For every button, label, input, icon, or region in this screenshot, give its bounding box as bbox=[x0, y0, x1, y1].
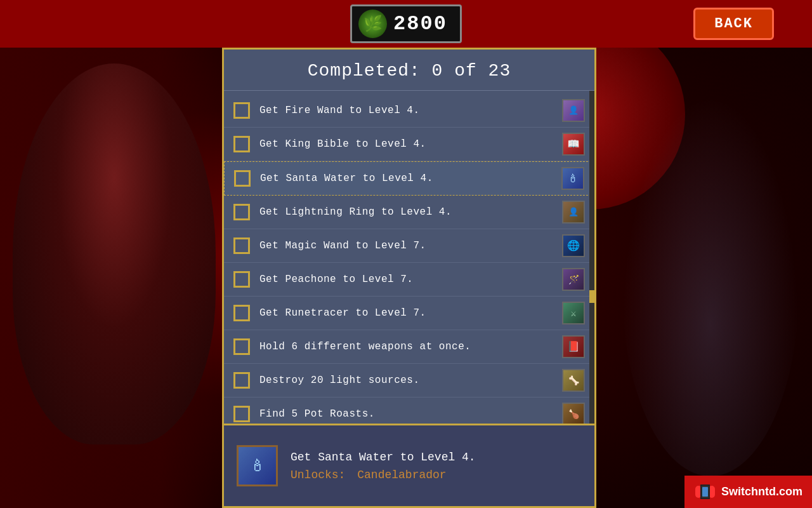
achievement-item-selected[interactable]: Get Santa Water to Level 4. 🕯 bbox=[224, 161, 594, 196]
achievement-text-9: Destroy 20 light sources. bbox=[259, 375, 556, 386]
checkbox-2[interactable] bbox=[233, 136, 250, 152]
vampire-decoration bbox=[0, 0, 228, 508]
top-bar: 🌿 2800 BACK bbox=[0, 0, 812, 48]
achievement-item[interactable]: Get Peachone to Level 7. 🪄 bbox=[224, 263, 594, 297]
detail-panel: 🕯 Get Santa Water to Level 4. Unlocks: C… bbox=[224, 424, 594, 506]
achievement-text-6: Get Peachone to Level 7. bbox=[259, 274, 556, 285]
achievement-text-2: Get King Bible to Level 4. bbox=[259, 138, 556, 150]
achievement-icon-4: 👤 bbox=[562, 201, 585, 224]
achievement-icon-9: 🦴 bbox=[562, 369, 585, 392]
achievement-item[interactable]: Get Runetracer to Level 7. ⚔ bbox=[224, 297, 594, 330]
coin-icon: 🌿 bbox=[358, 10, 387, 38]
switch-logo-icon bbox=[694, 481, 716, 503]
scroll-thumb[interactable] bbox=[589, 290, 594, 303]
achievement-icon-10: 🍗 bbox=[562, 403, 585, 424]
unlock-value: Candelabrador bbox=[357, 469, 446, 481]
back-button[interactable]: BACK bbox=[693, 8, 774, 40]
coin-display: 🌿 2800 bbox=[350, 4, 462, 43]
main-panel: Completed: 0 of 23 Get Fire Wand to Leve… bbox=[222, 48, 596, 508]
coin-amount: 2800 bbox=[393, 12, 447, 36]
achievement-icon-5: 🌐 bbox=[562, 234, 585, 257]
checkbox-6[interactable] bbox=[233, 271, 250, 288]
achievement-icon-6: 🪄 bbox=[562, 268, 585, 291]
achievement-item[interactable]: Get Fire Wand to Level 4. 👤 bbox=[224, 94, 594, 128]
achievement-item[interactable]: Get Magic Wand to Level 7. 🌐 bbox=[224, 229, 594, 263]
achievement-icon-1: 👤 bbox=[562, 99, 585, 122]
completed-header: Completed: 0 of 23 bbox=[224, 50, 594, 91]
achievements-list[interactable]: Get Fire Wand to Level 4. 👤 Get King Bib… bbox=[224, 91, 594, 424]
checkbox-7[interactable] bbox=[233, 305, 250, 321]
checkbox-1[interactable] bbox=[233, 102, 250, 119]
scroll-indicator[interactable] bbox=[589, 91, 594, 424]
checkbox-8[interactable] bbox=[233, 338, 250, 355]
checkbox-9[interactable] bbox=[233, 372, 250, 389]
svg-rect-5 bbox=[702, 487, 708, 497]
checkbox-10[interactable] bbox=[233, 406, 250, 422]
achievement-item[interactable]: Get King Bible to Level 4. 📖 bbox=[224, 128, 594, 161]
detail-text: Get Santa Water to Level 4. Unlocks: Can… bbox=[291, 451, 582, 481]
achievement-item[interactable]: Hold 6 different weapons at once. 📕 bbox=[224, 330, 594, 364]
fairy-decoration bbox=[571, 0, 812, 508]
achievement-icon-2: 📖 bbox=[562, 133, 585, 156]
achievement-icon-8: 📕 bbox=[562, 335, 585, 358]
achievement-text-10: Find 5 Pot Roasts. bbox=[259, 408, 556, 420]
checkbox-5[interactable] bbox=[233, 237, 250, 254]
achievement-text-1: Get Fire Wand to Level 4. bbox=[259, 105, 556, 116]
detail-icon: 🕯 bbox=[237, 445, 278, 486]
achievement-icon-3: 🕯 bbox=[561, 167, 584, 190]
achievement-item[interactable]: Find 5 Pot Roasts. 🍗 bbox=[224, 398, 594, 424]
achievement-text-5: Get Magic Wand to Level 7. bbox=[259, 240, 556, 251]
achievement-text-7: Get Runetracer to Level 7. bbox=[259, 307, 556, 319]
achievement-text-3: Get Santa Water to Level 4. bbox=[260, 173, 555, 184]
watermark-text: Switchntd.com bbox=[721, 485, 802, 498]
checkbox-4[interactable] bbox=[233, 204, 250, 220]
detail-unlocks: Unlocks: Candelabrador bbox=[291, 469, 582, 481]
checkbox-3[interactable] bbox=[234, 170, 251, 187]
achievement-text-8: Hold 6 different weapons at once. bbox=[259, 341, 556, 352]
vampire-face bbox=[13, 64, 216, 444]
achievement-text-4: Get Lightning Ring to Level 4. bbox=[259, 206, 556, 218]
achievement-icon-7: ⚔ bbox=[562, 302, 585, 324]
watermark: Switchntd.com bbox=[684, 476, 812, 508]
unlocks-label: Unlocks: bbox=[291, 469, 345, 481]
achievement-item[interactable]: Destroy 20 light sources. 🦴 bbox=[224, 364, 594, 398]
detail-title: Get Santa Water to Level 4. bbox=[291, 451, 582, 464]
achievement-item[interactable]: Get Lightning Ring to Level 4. 👤 bbox=[224, 196, 594, 229]
